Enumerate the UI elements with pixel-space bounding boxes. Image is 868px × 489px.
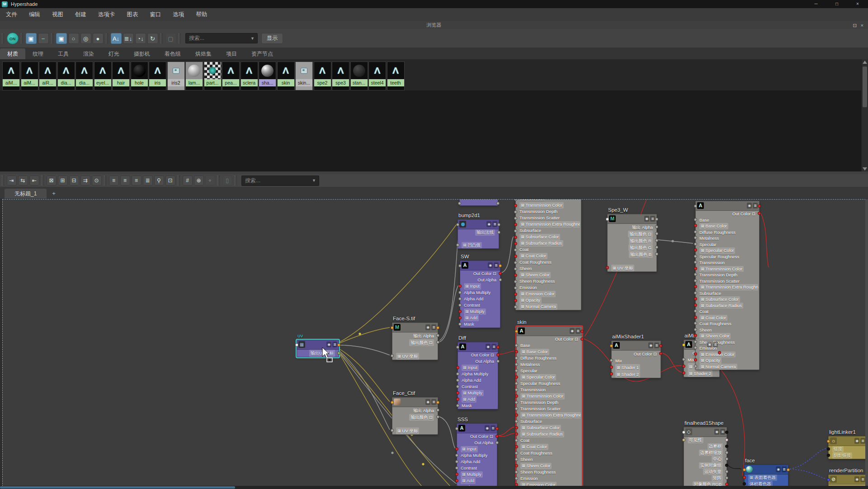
add-upstream-nodes-icon[interactable]: ⊞ [58, 176, 68, 185]
tab-渲染[interactable]: 渲染 [76, 48, 101, 59]
create-bookmark-icon[interactable]: ▯ [222, 176, 232, 185]
port-gray-dot[interactable] [456, 243, 459, 247]
tab-材质[interactable]: 材质 [0, 48, 25, 59]
port-red-dot[interactable] [659, 352, 662, 355]
port-red-dot[interactable] [458, 316, 462, 319]
browser-search-input[interactable]: 搜索... ▼ [185, 33, 258, 43]
port-white-dot[interactable] [295, 343, 298, 347]
port-red-dot[interactable] [495, 427, 499, 430]
port-red-dot[interactable] [694, 316, 697, 319]
collapse-swatches-icon[interactable]: − [38, 33, 49, 44]
node-swatch-toggle-icon[interactable]: ◉ [747, 203, 752, 209]
tab-摄影机[interactable]: 摄影机 [127, 48, 157, 59]
port-red-dot[interactable] [682, 371, 685, 375]
port-gray-dot[interactable] [495, 441, 499, 444]
graph-node-lightLinker1[interactable]: lightLinker1☼◉≣链接阴影链接 [828, 436, 866, 459]
scroll-down-icon[interactable] [863, 166, 867, 171]
port-red-dot[interactable] [580, 330, 584, 333]
port-gray-dot[interactable] [497, 223, 500, 226]
port-gray-dot[interactable] [458, 291, 462, 294]
tab-灯光[interactable]: 灯光 [101, 48, 127, 59]
menu-创建[interactable]: 创建 [69, 8, 92, 21]
port-gray-dot[interactable] [514, 267, 517, 271]
port-gray-dot[interactable] [514, 210, 517, 214]
node-list-toggle-icon[interactable]: ≣ [491, 425, 495, 431]
tab-工具[interactable]: 工具 [51, 48, 76, 59]
show-all-connections-icon[interactable]: ⇆ [18, 176, 28, 185]
menu-编辑[interactable]: 编辑 [23, 8, 46, 21]
node-list-toggle-icon[interactable]: ≣ [654, 342, 659, 348]
port-red-dot[interactable] [515, 483, 518, 486]
node-swatch-toggle-icon[interactable]: ◉ [425, 399, 430, 405]
browser-content-area[interactable] [0, 90, 862, 171]
port-gray-dot[interactable] [496, 202, 500, 205]
graph-node-Face_Ctif[interactable]: Face_Ctif◉≣输出 Alpha输出颜色 ⊡⊞ UV 坐标 [392, 397, 438, 435]
node-list-toggle-icon[interactable]: ≣ [782, 466, 787, 472]
port-gray-dot[interactable] [515, 356, 518, 360]
port-red-dot[interactable] [456, 391, 459, 394]
frame-selection-icon[interactable]: ⊡ [165, 176, 175, 185]
port-red-dot[interactable] [758, 204, 761, 208]
toggle-grid-icon[interactable]: # [183, 176, 193, 185]
tab-资产节点[interactable]: 资产节点 [244, 48, 280, 59]
port-red-dot[interactable] [495, 435, 499, 438]
canvas-scrollbar-horizontal[interactable] [0, 486, 868, 489]
swatch-pea...[interactable]: Λpea... [222, 62, 240, 90]
port-gray-dot[interactable] [455, 466, 458, 470]
port-gray-dot[interactable] [515, 439, 518, 442]
port-gray-dot[interactable] [458, 323, 462, 326]
pin-all-nodes-icon[interactable]: ⌖ [205, 176, 215, 185]
port-red-dot[interactable] [514, 242, 517, 245]
port-red-dot[interactable] [514, 223, 517, 226]
graph-node-face[interactable]: face◉≣⊞ 表面着色器体积着色器 [744, 465, 788, 486]
port-yellow-dot[interactable] [682, 343, 685, 347]
port-gray-dot[interactable] [655, 246, 658, 249]
port-gray-dot[interactable] [725, 476, 728, 480]
port-red-dot[interactable] [514, 293, 517, 296]
port-gray-dot[interactable] [694, 218, 697, 221]
editor-search-input[interactable]: 搜索... ▼ [241, 176, 319, 186]
menu-帮助[interactable]: 帮助 [190, 8, 213, 21]
port-orange-dot[interactable] [743, 468, 746, 471]
graph-node-renderPartition[interactable]: renderPartition⊘◉≣ [828, 475, 866, 486]
port-gray-dot[interactable] [655, 232, 658, 235]
port-gray-dot[interactable] [694, 328, 697, 331]
port-red-dot[interactable] [758, 212, 761, 215]
port-red-dot[interactable] [514, 299, 517, 302]
port-red-dot[interactable] [455, 447, 458, 451]
menu-文件[interactable]: 文件 [0, 8, 23, 21]
port-gray-dot[interactable] [694, 204, 697, 208]
canvas-scrollbar-vertical[interactable] [865, 199, 868, 486]
port-gray-dot[interactable] [499, 278, 502, 281]
node-swatch-toggle-icon[interactable]: ◉ [854, 438, 859, 444]
port-gray-dot[interactable] [514, 286, 517, 290]
graph-node-partial[interactable]: A◉≣Out Color ⊡Base⊞ Base ColorDiffuse Ro… [695, 201, 760, 370]
node-swatch-toggle-icon[interactable]: ◉ [776, 466, 781, 472]
port-red-dot[interactable] [515, 464, 518, 467]
port-gray-dot[interactable] [694, 291, 697, 294]
port-gray-dot[interactable] [694, 340, 697, 343]
port-gray-dot[interactable] [655, 218, 658, 221]
node-swatch-toggle-icon[interactable]: ◉ [486, 221, 491, 227]
port-gray-dot[interactable] [456, 385, 459, 388]
port-gray-dot[interactable] [456, 223, 459, 226]
swatch-iris[interactable]: Λiris [149, 62, 166, 90]
port-red-dot[interactable] [515, 445, 518, 448]
port-gray-dot[interactable] [515, 470, 518, 474]
swatch-size-medium-icon[interactable]: ◎ [80, 33, 91, 44]
dock-panel-button[interactable]: ⊡ [851, 21, 859, 29]
zoom-tool-icon[interactable]: ⚲ [154, 176, 164, 185]
port-gray-dot[interactable] [514, 248, 517, 252]
port-red-dot[interactable] [456, 366, 459, 369]
swatch-sclera[interactable]: Λsclera [241, 62, 258, 90]
port-white-dot[interactable] [606, 218, 609, 221]
port-black-dot[interactable] [725, 464, 728, 467]
layout-rows-1-icon[interactable]: ≡ [109, 176, 119, 185]
port-red-dot[interactable] [515, 375, 518, 379]
port-orange-dot[interactable] [827, 440, 830, 443]
node-swatch-toggle-icon[interactable]: ◉ [486, 344, 491, 350]
new-tab-button[interactable]: + [47, 189, 61, 199]
port-gray-dot[interactable] [436, 334, 439, 337]
show-output-connections-icon[interactable]: ⇤ [29, 176, 39, 185]
node-list-toggle-icon[interactable]: ≣ [494, 262, 499, 268]
